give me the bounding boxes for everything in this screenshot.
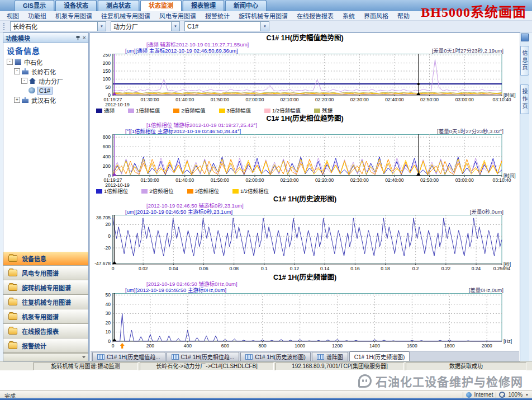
zone-label: Internet bbox=[474, 392, 493, 398]
zoom-level[interactable]: 100% bbox=[508, 392, 522, 398]
svg-text:0.22: 0.22 bbox=[441, 266, 451, 271]
sidebar-button-1[interactable]: 风电专用图谱 bbox=[3, 266, 88, 280]
status-cell-2: 192.168.80.9,7001/TCP[集团级服务器] bbox=[276, 363, 404, 370]
svg-text:20: 20 bbox=[106, 222, 111, 227]
sidebar-button-5[interactable]: 在线报告报表 bbox=[3, 324, 88, 338]
svg-text:-20: -20 bbox=[104, 245, 111, 251]
svg-text:400: 400 bbox=[184, 343, 192, 349]
tree-node-2[interactable]: -动力分厂 bbox=[6, 76, 88, 86]
branch-select[interactable]: 动力分厂 ▼ bbox=[111, 21, 180, 31]
bottom-tab-bar: C1# 1H(历史幅值趋...C1# 1H(历史相位趋...C1# 1H(历史波… bbox=[91, 351, 519, 361]
legend-label: 1倍频幅值 bbox=[136, 107, 160, 114]
svg-text:800: 800 bbox=[103, 134, 111, 140]
chart-icon bbox=[317, 354, 324, 360]
menu-item-9[interactable]: 界面风格 bbox=[359, 11, 393, 20]
sidebar-button-2[interactable]: 旋转机械专用图谱 bbox=[3, 280, 88, 295]
tree-node-0[interactable]: -中石化 bbox=[6, 57, 88, 67]
chart-plot[interactable]: 05010015020025001:19:2701:30:0001:40:000… bbox=[91, 54, 519, 107]
divider bbox=[496, 392, 496, 398]
tree-expander-icon[interactable]: - bbox=[21, 78, 27, 84]
chart-title: C1# 1H(历史相位趋势图) bbox=[91, 115, 519, 123]
svg-text:01:30:00: 01:30:00 bbox=[141, 97, 159, 102]
sidebar-button-3[interactable]: 往复机械专用图谱 bbox=[3, 295, 88, 309]
legend-item: 1/2倍频相位 bbox=[232, 188, 269, 194]
panel-expand-button[interactable] bbox=[521, 34, 529, 41]
sidebar-header-icons: × bbox=[75, 35, 86, 41]
menu-item-1[interactable]: 功能组 bbox=[23, 11, 51, 20]
menu-item-5[interactable]: 报警统计 bbox=[201, 11, 234, 20]
browser-status-bar: 完成 Internet 100% ▼ bbox=[0, 390, 532, 398]
legend-swatch bbox=[141, 189, 148, 194]
top-tab-1[interactable]: 设备状态 bbox=[55, 0, 97, 11]
tree-node-1[interactable]: -长岭石化 bbox=[6, 67, 88, 76]
chart-plot[interactable]: -2002036.705-47.67800.020.040.060.080.10… bbox=[91, 215, 519, 272]
cursor-delta-label: [差量0Hz,0um] bbox=[469, 287, 504, 293]
sidebar-header: 功能模块 × bbox=[3, 33, 88, 43]
menu-item-6[interactable]: 旋转机械专用图谱 bbox=[234, 11, 292, 20]
legend-label: 残振 bbox=[322, 107, 332, 114]
menu-item-10[interactable]: 帮助 bbox=[393, 11, 414, 20]
legend-swatch bbox=[264, 109, 270, 113]
bottom-tab-1[interactable]: C1# 1H(历史相位趋... bbox=[167, 352, 240, 361]
sidebar-footer bbox=[3, 353, 88, 361]
tree-expander-icon[interactable]: + bbox=[14, 97, 20, 103]
charts-container: C1# 1H(历史幅值趋势图)[通频 辅游标2012-10-19 01:19:2… bbox=[91, 34, 519, 350]
svg-text:40: 40 bbox=[106, 302, 111, 307]
menu-item-7[interactable]: 在线报告报表 bbox=[292, 11, 338, 20]
top-tab-3[interactable]: 状态监测 bbox=[140, 0, 182, 11]
chevron-down-icon[interactable]: ▼ bbox=[97, 22, 106, 31]
pin-icon[interactable] bbox=[75, 35, 80, 41]
bottom-tab-label: C1# 1H(历史幅值趋... bbox=[107, 352, 160, 361]
tree-node-3[interactable]: C1# bbox=[6, 86, 88, 95]
svg-text:600: 600 bbox=[103, 144, 111, 149]
top-tab-0[interactable]: GIS显示 bbox=[15, 0, 54, 11]
tree-expander-icon[interactable]: - bbox=[14, 68, 20, 74]
tree-node-label: 长岭石化 bbox=[30, 67, 57, 76]
svg-text:100: 100 bbox=[103, 76, 111, 82]
chevron-down-icon[interactable] bbox=[82, 356, 86, 360]
cursor-aux-label: [2012-10-19 02:46:50 辅游标0秒,23.1um] bbox=[146, 203, 519, 209]
close-icon[interactable]: × bbox=[83, 35, 86, 41]
tree-node-4[interactable]: +武汉石化 bbox=[6, 95, 88, 105]
bottom-tab-0[interactable]: C1# 1H(历史幅值趋... bbox=[92, 352, 165, 361]
bottom-tab-3[interactable]: 谱阵图 bbox=[312, 352, 348, 361]
svg-text:200: 200 bbox=[103, 163, 111, 169]
svg-text:01:50:00: 01:50:00 bbox=[211, 177, 229, 183]
plant-select[interactable]: 长岭石化 ▼ bbox=[10, 21, 106, 31]
right-tab-1[interactable]: 操作页 bbox=[520, 84, 529, 114]
top-tab-4[interactable]: 报表管理 bbox=[183, 0, 224, 11]
chevron-down-icon[interactable]: ▼ bbox=[525, 393, 529, 397]
legend-item: 3倍频相位 bbox=[187, 188, 219, 194]
menu-item-2[interactable]: 机泵专用图谱 bbox=[51, 11, 97, 20]
bottom-tab-2[interactable]: C1# 1H(历史波形图) bbox=[240, 352, 311, 361]
sidebar-button-4[interactable]: 机泵专用图谱 bbox=[3, 309, 88, 324]
device-select[interactable]: C1# ▼ bbox=[184, 21, 269, 31]
svg-text:1200: 1200 bbox=[332, 343, 343, 349]
chevron-down-icon[interactable]: ▼ bbox=[260, 22, 269, 31]
chart-plot[interactable]: 0102030405002004006008001000120014001600… bbox=[91, 293, 519, 350]
svg-text:1600: 1600 bbox=[407, 343, 417, 349]
toolbar-grip bbox=[3, 23, 6, 30]
chart-title: C1# 1H(历史频谱图) bbox=[91, 274, 519, 281]
top-tab-5[interactable]: 新闻中心 bbox=[225, 0, 267, 11]
top-tab-2[interactable]: 测点状态 bbox=[98, 0, 139, 11]
right-tab-0[interactable]: 信息页 bbox=[520, 46, 529, 76]
menu-item-3[interactable]: 往复机械专用图谱 bbox=[97, 11, 155, 20]
status-cell-0: 旋转机械专用图谱:振动监测 bbox=[33, 363, 138, 370]
svg-text:250: 250 bbox=[103, 54, 111, 58]
menu-item-8[interactable]: 系统 bbox=[338, 11, 359, 20]
sidebar-button-6[interactable]: 报警统计 bbox=[3, 338, 88, 353]
bottom-tab-4[interactable]: C1# 1H(历史频谱图) bbox=[349, 351, 410, 361]
svg-text:1800: 1800 bbox=[444, 343, 455, 349]
menu-item-0[interactable]: 视图 bbox=[2, 11, 23, 20]
sidebar-button-label: 机泵专用图谱 bbox=[22, 312, 59, 321]
cursor-aux-label: [1倍频相位 辅游标2012-10-19 01:19:27,25.42°] bbox=[146, 123, 519, 128]
chart-plot[interactable]: 020040060080001:19:2701:30:0001:40:0001:… bbox=[91, 134, 519, 188]
svg-text:0: 0 bbox=[108, 338, 111, 344]
cursor-aux-label: [通频 辅游标2012-10-19 01:19:27,71.55um] bbox=[146, 42, 519, 48]
tree-expander-icon[interactable]: - bbox=[7, 59, 13, 65]
chevron-down-icon[interactable]: ▼ bbox=[171, 22, 179, 31]
menu-item-4[interactable]: 风电专用图谱 bbox=[155, 11, 201, 20]
sidebar-button-0[interactable]: 设备信息 bbox=[3, 251, 88, 266]
cursor-main-row: [um][2012-10-19 02:46:50 主游标0Hz,0um][差量0… bbox=[91, 287, 519, 293]
